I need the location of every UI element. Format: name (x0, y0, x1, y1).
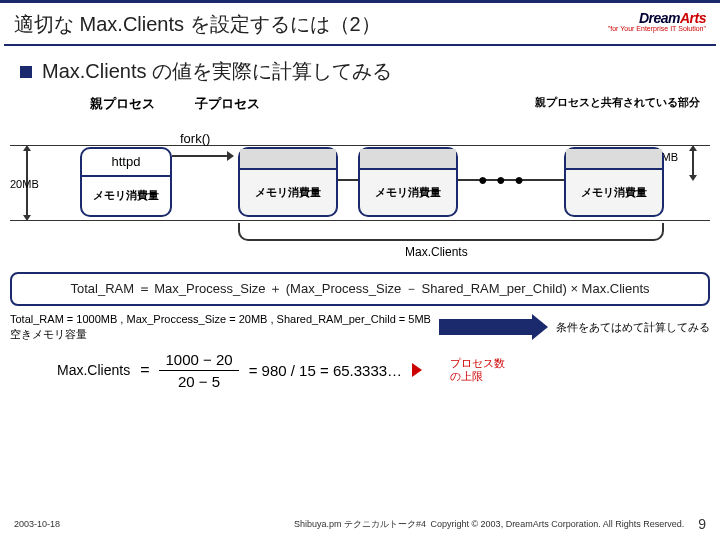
memory-label: メモリ消費量 (240, 170, 336, 215)
calculation-row: Max.Clients = 1000 − 20 20 − 5 = 980 / 1… (12, 351, 708, 390)
child-process-box-1: メモリ消費量 (238, 147, 338, 217)
connector-icon (338, 179, 358, 181)
note-arrow-icon (412, 363, 422, 377)
diagram-labels: 親プロセス 子プロセス 親プロセスと共有されている部分 (10, 95, 710, 113)
page-number: 9 (698, 516, 706, 532)
bullet-square-icon (20, 66, 32, 78)
footer: 2003-10-18 Shibuya.pm テクニカルトーク#4 Copyrig… (0, 516, 720, 532)
child-process-label: 子プロセス (195, 95, 260, 113)
parent-process-label: 親プロセス (90, 95, 155, 113)
footer-center: Shibuya.pm テクニカルトーク#4 (294, 518, 426, 531)
footer-copyright: Copyright © 2003, DreamArts Corporation.… (430, 519, 684, 529)
footer-date: 2003-10-18 (14, 519, 60, 529)
fraction: 1000 − 20 20 − 5 (159, 351, 238, 390)
header: 適切な Max.Clients を設定するには（2） DreamArts "fo… (0, 3, 720, 44)
brace-label: Max.Clients (405, 245, 468, 259)
fork-label: fork() (180, 131, 210, 146)
logo-tagline: "for Your Enterprise IT Solution" (608, 25, 706, 32)
ellipsis-dots-icon: ● ● ● (478, 171, 526, 189)
memory-label: メモリ消費量 (360, 170, 456, 215)
process-limit-note: プロセス数 の上限 (450, 357, 505, 383)
fraction-numerator: 1000 − 20 (159, 351, 238, 371)
httpd-label: httpd (82, 149, 170, 177)
bullet-text: Max.Clients の値を実際に計算してみる (42, 58, 392, 85)
conditions-text: Total_RAM = 1000MB , Max_Proccess_Size =… (10, 312, 431, 343)
conditions-line2: 空きメモリ容量 (10, 327, 431, 342)
child-process-box-2: メモリ消費量 (358, 147, 458, 217)
conditions-line1: Total_RAM = 1000MB , Max_Proccess_Size =… (10, 312, 431, 327)
process-diagram: 親プロセス 子プロセス 親プロセスと共有されている部分 20MB 5MB htt… (10, 93, 710, 268)
shared-bar (240, 149, 336, 170)
fraction-denominator: 20 − 5 (172, 371, 226, 390)
size-20mb-label: 20MB (10, 178, 39, 190)
fork-arrow-icon (172, 149, 234, 163)
title-underline (4, 44, 716, 46)
horizontal-line-bottom (10, 220, 710, 221)
memory-label: メモリ消費量 (82, 177, 170, 215)
size-arrow-5mb-icon (680, 145, 706, 181)
shared-bar (360, 149, 456, 170)
bullet-row: Max.Clients の値を実際に計算してみる (0, 54, 720, 93)
logo-text: DreamArts (608, 11, 706, 25)
big-arrow-icon (439, 318, 548, 336)
conditions-result: 条件をあてはめて計算してみる (556, 320, 710, 335)
slide-title: 適切な Max.Clients を設定するには（2） (14, 11, 381, 42)
brace-bracket-icon (238, 223, 664, 241)
conditions-row: Total_RAM = 1000MB , Max_Proccess_Size =… (10, 312, 710, 343)
parent-process-box: httpd メモリ消費量 (80, 147, 172, 217)
calc-lhs: Max.Clients (57, 362, 130, 378)
child-process-box-n: メモリ消費量 (564, 147, 664, 217)
formula-box: Total_RAM ＝ Max_Process_Size ＋ (Max_Proc… (10, 272, 710, 306)
horizontal-line-top (10, 145, 710, 146)
logo: DreamArts "for Your Enterprise IT Soluti… (608, 11, 706, 32)
shared-region-label: 親プロセスと共有されている部分 (535, 95, 700, 113)
calc-result: = 980 / 15 = 65.3333… (249, 362, 402, 379)
memory-label: メモリ消費量 (566, 170, 662, 215)
equals-sign: = (140, 361, 149, 379)
shared-bar (566, 149, 662, 170)
